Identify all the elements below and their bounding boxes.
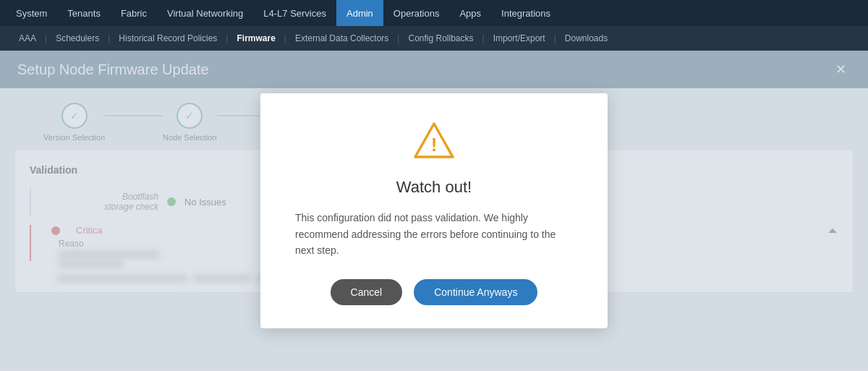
sub-nav-sep-1: |: [43, 33, 48, 43]
subnav-config-rollbacks[interactable]: Config Rollbacks: [401, 26, 480, 51]
subnav-aaa[interactable]: AAA: [12, 26, 43, 51]
sub-navigation: AAA | Schedulers | Historical Record Pol…: [0, 26, 868, 51]
nav-item-admin[interactable]: Admin: [336, 0, 383, 26]
sub-nav-sep-6: |: [481, 33, 486, 43]
nav-item-virtual-networking[interactable]: Virtual Networking: [157, 0, 253, 26]
continue-anyways-button[interactable]: Continue Anyways: [414, 279, 537, 305]
sub-nav-sep-4: |: [283, 33, 288, 43]
top-navigation: System Tenants Fabric Virtual Networking…: [0, 0, 868, 26]
main-area: Setup Node Firmware Update ✕ ✓ Version S…: [0, 51, 868, 371]
cancel-button[interactable]: Cancel: [331, 279, 403, 305]
nav-item-fabric[interactable]: Fabric: [111, 0, 157, 26]
sub-nav-sep-3: |: [224, 33, 229, 43]
modal-actions: Cancel Continue Anyways: [295, 279, 573, 305]
svg-text:!: !: [431, 134, 438, 155]
nav-item-operations[interactable]: Operations: [383, 0, 450, 26]
nav-item-apps[interactable]: Apps: [449, 0, 491, 26]
modal-title: Watch out!: [396, 178, 472, 197]
nav-item-tenants[interactable]: Tenants: [57, 0, 111, 26]
subnav-firmware[interactable]: Firmware: [229, 26, 282, 51]
sub-nav-sep-5: |: [396, 33, 401, 43]
nav-item-system[interactable]: System: [6, 0, 57, 26]
subnav-downloads[interactable]: Downloads: [558, 26, 615, 51]
warning-icon: !: [414, 122, 454, 166]
modal-backdrop: ! Watch out! This configuration did not …: [0, 51, 868, 371]
nav-item-l4-l7[interactable]: L4-L7 Services: [253, 0, 336, 26]
subnav-import-export[interactable]: Import/Export: [486, 26, 553, 51]
subnav-external-data[interactable]: External Data Collectors: [288, 26, 396, 51]
sub-nav-sep-2: |: [106, 33, 111, 43]
subnav-historical[interactable]: Historical Record Policies: [111, 26, 224, 51]
nav-item-integrations[interactable]: Integrations: [491, 0, 561, 26]
modal-body: This configuration did not pass validati…: [295, 210, 573, 258]
subnav-schedulers[interactable]: Schedulers: [48, 26, 106, 51]
modal-dialog: ! Watch out! This configuration did not …: [260, 93, 608, 328]
sub-nav-sep-7: |: [553, 33, 558, 43]
